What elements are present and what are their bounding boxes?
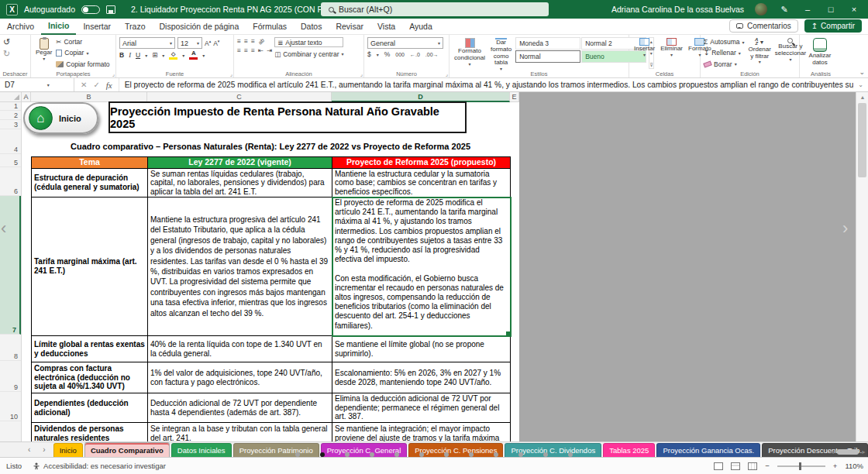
vertical-scrollbar[interactable]: ▲ — [856, 92, 868, 441]
cell-c11[interactable]: Se integran a la base y tributan con la … — [148, 423, 332, 441]
orientation-icon[interactable]: ab — [257, 37, 265, 45]
save-icon[interactable] — [106, 5, 115, 14]
align-right-icon[interactable]: ≡ — [251, 46, 255, 54]
row-header-10[interactable]: 10 — [0, 392, 21, 421]
format-table-button[interactable]: Dar formato como tabla▾ — [489, 37, 513, 69]
increase-decimal-icon[interactable]: ←.0 — [410, 52, 420, 57]
row-header-8[interactable]: 8 — [0, 335, 21, 361]
cell-c6[interactable]: Se suman rentas líquidas cedulares (trab… — [148, 169, 332, 198]
carousel-dots[interactable] — [295, 452, 573, 457]
cell-c10[interactable]: Deducción adicional de 72 UVT por depend… — [148, 393, 332, 423]
cell-b11[interactable]: Dividendos de personas naturales residen… — [32, 423, 148, 441]
conditional-format-button[interactable]: Formato condicional▾ — [453, 37, 487, 69]
sheet-tab-cuadro-comparativo[interactable]: Cuadro Comparativo — [84, 442, 170, 457]
search-input[interactable]: Buscar (Alt+Q) — [321, 2, 549, 16]
redo-icon[interactable]: ↻ — [3, 49, 10, 59]
collapse-ribbon-icon[interactable]: ⌄ — [859, 68, 865, 76]
home-nav-button[interactable]: ⌂ Inicio — [23, 102, 98, 134]
sheet-tab-inicio[interactable]: Inicio — [53, 443, 83, 457]
cell-b10[interactable]: Dependientes (deducción adicional) — [32, 393, 148, 423]
carousel-prev-icon[interactable]: ‹ — [1, 218, 6, 239]
tab-vista[interactable]: Vista — [370, 19, 402, 35]
tab-datos[interactable]: Datos — [294, 19, 329, 35]
vertical-scroll-thumb[interactable] — [858, 103, 866, 177]
page-layout-view-icon[interactable] — [731, 462, 740, 470]
carousel-dot-9[interactable] — [494, 452, 498, 457]
cell-c9[interactable]: 1% del valor de adquisiciones, tope 240 … — [148, 362, 332, 393]
cell-b8[interactable]: Límite global a rentas exentas y deducci… — [32, 336, 148, 362]
insert-cells-button[interactable]: Insertar▾ — [632, 37, 656, 69]
autosave-toggle[interactable] — [81, 5, 100, 14]
fx-icon[interactable]: fx — [106, 81, 112, 90]
carousel-dot-10[interactable] — [518, 452, 523, 457]
shrink-font-icon[interactable]: A▾ — [213, 39, 219, 47]
cell-d9[interactable]: Escalonamiento: 5% en 2026, 3% en 2027 y… — [332, 362, 511, 393]
bold-button[interactable]: B — [119, 51, 124, 59]
cell-c7[interactable]: Mantiene la estructura progresiva del ar… — [148, 198, 332, 336]
zoom-out-icon[interactable]: − — [765, 462, 770, 470]
copy-button[interactable]: Copiar▾ — [56, 48, 109, 57]
analyze-data-button[interactable]: Analizar datos — [803, 37, 837, 69]
align-center-icon[interactable]: ≡ — [244, 46, 248, 54]
carousel-dot-2[interactable] — [320, 452, 325, 457]
tab-archivo[interactable]: Archivo — [0, 19, 41, 35]
carousel-dot-4[interactable] — [370, 452, 374, 457]
increase-indent-icon[interactable]: ⇥ — [267, 46, 272, 54]
fill-button[interactable]: ↧Rellenar▾ — [704, 48, 745, 57]
carousel-dot-3[interactable] — [345, 452, 350, 457]
carousel-dot-1[interactable] — [295, 452, 300, 457]
tab-revisar[interactable]: Revisar — [329, 19, 370, 35]
tab-inicio[interactable]: Inicio — [41, 19, 76, 35]
row-header-4[interactable]: 4 — [0, 129, 21, 154]
cell-b9[interactable]: Compras con factura electrónica (deducci… — [32, 362, 148, 393]
font-size-select[interactable]: 12▾ — [177, 37, 202, 49]
cell-d8[interactable]: Se mantiene el límite global (no se prop… — [332, 336, 511, 362]
carousel-dot-5[interactable] — [394, 452, 399, 457]
tab-trazo[interactable]: Trazo — [118, 19, 152, 35]
scroll-right-icon[interactable]: ► — [861, 449, 866, 455]
decrease-indent-icon[interactable]: ⇤ — [258, 46, 264, 54]
merge-center-button[interactable]: ◫Combinar y centrar▾ — [274, 49, 343, 59]
cell-d10[interactable]: Elimina la deducción adicional de 72 UVT… — [332, 393, 511, 423]
cell-d6[interactable]: Mantiene la estructura cedular y la suma… — [332, 169, 511, 198]
pen-icon[interactable]: ✎ — [778, 5, 790, 15]
select-all-corner[interactable] — [0, 92, 22, 102]
font-name-select[interactable]: Arial▾ — [119, 37, 175, 49]
sheet-tab-tablas-2025[interactable]: Tablas 2025 — [603, 443, 655, 457]
carousel-dot-11[interactable] — [543, 452, 548, 457]
cell-b7[interactable]: Tarifa marginal máxima (art. 241 E.T.) — [32, 198, 148, 336]
scroll-left-icon[interactable]: ◄ — [829, 449, 835, 455]
comma-style-icon[interactable]: 000 — [395, 52, 405, 57]
zoom-in-icon[interactable]: + — [833, 462, 838, 470]
row-header-6[interactable]: 6 — [0, 167, 21, 196]
format-painter-button[interactable]: Copiar formato — [56, 60, 109, 69]
cut-button[interactable]: ✂Cortar — [56, 37, 109, 46]
avatar[interactable] — [755, 3, 767, 15]
carousel-dot-6[interactable] — [419, 452, 424, 457]
page-break-view-icon[interactable] — [748, 462, 757, 470]
col-header-a[interactable]: A — [22, 92, 31, 102]
normal-view-icon[interactable] — [714, 462, 723, 470]
underline-button[interactable]: U — [136, 51, 140, 59]
minimize-button[interactable]: – — [801, 5, 814, 14]
header-reforma[interactable]: Proyecto de Reforma 2025 (propuesto) — [332, 157, 511, 169]
row-header-9[interactable]: 9 — [0, 361, 21, 392]
horizontal-scrollbar[interactable]: ◄ ► — [829, 449, 866, 455]
wrap-text-button[interactable]: ≣Ajustar texto — [274, 37, 343, 47]
formula-content[interactable]: El proyecto de reforma de 2025 modifica … — [119, 81, 854, 89]
align-top-icon[interactable]: ≡ — [237, 37, 241, 45]
sheet-tab-datos-iniciales[interactable]: Datos Iniciales — [171, 443, 232, 457]
prev-sheet-icon[interactable]: ‹ — [28, 445, 30, 454]
align-middle-icon[interactable]: ≡ — [244, 37, 248, 45]
zoom-level[interactable]: 110% — [845, 462, 863, 470]
row-header-2[interactable]: 2 — [0, 111, 21, 120]
sort-filter-button[interactable]: AZ▼ Ordenar y filtrar▾ — [747, 37, 773, 69]
percent-icon[interactable]: % — [384, 50, 391, 58]
cell-b6[interactable]: Estructura de depuración (cédula general… — [32, 169, 148, 198]
horizontal-scroll-thumb[interactable] — [837, 449, 859, 455]
enter-icon[interactable]: ✓ — [93, 81, 99, 89]
sheet-tab-proyeccion-ganancia-ocas[interactable]: Proyección Ganancia Ocas. — [656, 443, 760, 457]
align-left-icon[interactable]: ≡ — [237, 46, 241, 54]
style-moneda3[interactable]: Moneda 3 — [515, 37, 580, 50]
row-header-1[interactable]: 1 — [0, 102, 21, 111]
